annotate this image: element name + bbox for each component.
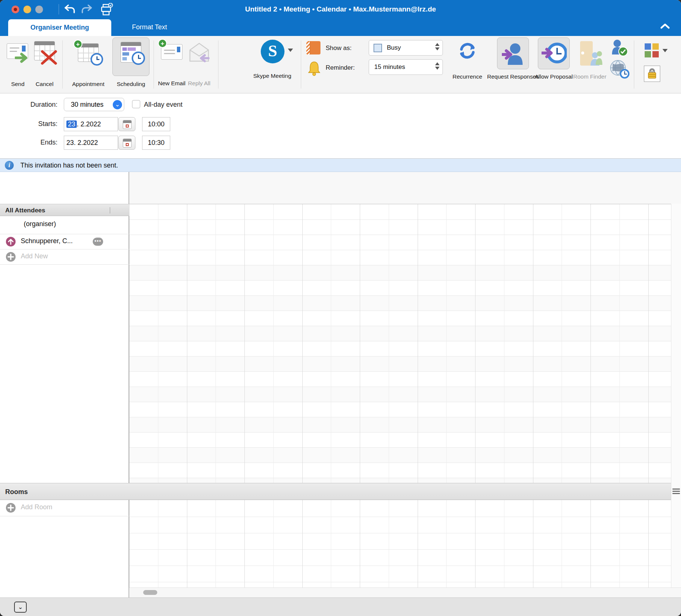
all-day-checkbox[interactable]: [132, 100, 140, 108]
attendee-options-icon[interactable]: •••: [93, 238, 103, 246]
starts-time-field[interactable]: 10:00: [142, 117, 170, 131]
reply-all-icon: [187, 41, 211, 63]
request-responses-button[interactable]: Request Responses: [497, 39, 529, 91]
print-icon[interactable]: [99, 3, 113, 16]
attendee-status-icon[interactable]: [609, 38, 628, 57]
add-new-label: Add New: [21, 252, 48, 260]
organiser-label: (organiser): [24, 220, 56, 228]
new-badge-icon: +: [158, 39, 167, 48]
skype-meeting-button[interactable]: S Skype Meeting: [260, 39, 297, 91]
view-options-icon[interactable]: [645, 43, 659, 58]
appointment-button[interactable]: + Appointment: [69, 39, 108, 91]
reminder-value: 15 minutes: [374, 60, 405, 74]
vertical-scrollbar[interactable]: [671, 204, 681, 597]
all-attendees-header: All Attendees: [0, 204, 129, 216]
clock-icon: [132, 52, 145, 65]
meeting-form: Duration: 30 minutes ⌄ All-day event Sta…: [0, 93, 681, 159]
add-room-row[interactable]: Add Room: [0, 500, 129, 516]
show-as-dropdown[interactable]: Busy: [369, 40, 443, 56]
permissions-lock-button[interactable]: [644, 66, 660, 82]
show-as-value: Busy: [387, 40, 401, 55]
ribbon: Send Cancel: [0, 36, 681, 93]
reminder-bell-icon: [307, 60, 321, 76]
starts-date-field[interactable]: 23. 2.2022: [64, 117, 118, 131]
reply-all-button: Reply All: [186, 39, 212, 91]
allow-proposal-icon: [542, 40, 567, 66]
splitter-grip-icon[interactable]: [672, 489, 680, 490]
info-icon: i: [5, 161, 14, 170]
collapse-ribbon-icon[interactable]: [659, 21, 671, 31]
starts-date-rest: . 2.2022: [77, 120, 101, 128]
chevron-down-icon: ⌄: [113, 100, 122, 109]
minimize-button[interactable]: [23, 6, 31, 13]
lock-icon: [646, 67, 658, 80]
attendees-panel: All Attendees (organiser) Schnupperer, C…: [0, 172, 129, 597]
stepper-icon[interactable]: [435, 43, 440, 53]
undo-icon[interactable]: [63, 3, 76, 16]
tab-organiser-meeting[interactable]: Organiser Meeting: [8, 19, 111, 36]
meeting-window: Untitled 2 • Meeting • Calendar • Max.Mu…: [0, 0, 681, 616]
close-button[interactable]: [11, 6, 19, 13]
duration-value: 30 minutes: [71, 98, 103, 111]
show-as-label: Show as:: [326, 44, 352, 52]
dropdown-arrow-icon[interactable]: [288, 49, 293, 52]
clock-icon: [91, 53, 103, 66]
skype-icon: S: [261, 40, 284, 63]
legend-bar: ⌄: [0, 597, 681, 616]
column-splitter[interactable]: [110, 207, 110, 213]
titlebar-divider: [59, 4, 59, 14]
tab-format-text[interactable]: Format Text: [118, 19, 181, 36]
recurrence-icon: [457, 40, 478, 61]
expand-panel-button[interactable]: ⌄: [14, 602, 27, 613]
title-bar: Untitled 2 • Meeting • Calendar • Max.Mu…: [0, 0, 681, 19]
allow-proposal-button[interactable]: Allow Proposal: [538, 39, 570, 91]
scheduling-grid[interactable]: [129, 204, 681, 587]
duration-label: Duration:: [13, 101, 57, 109]
attendee-row[interactable]: Schnupperer, C... •••: [0, 234, 129, 249]
add-icon: [6, 252, 16, 262]
starts-day-selected: 23: [66, 120, 77, 128]
ribbon-separator: [634, 40, 634, 89]
scheduling-button[interactable]: Scheduling: [112, 39, 149, 91]
starts-datepicker-button[interactable]: [118, 117, 135, 131]
recurrence-button[interactable]: Recurrence: [447, 39, 488, 91]
ends-label: Ends:: [13, 139, 57, 146]
ends-datepicker-button[interactable]: [118, 136, 135, 150]
reminder-dropdown[interactable]: 15 minutes: [369, 59, 443, 75]
show-as-icon: [306, 41, 320, 54]
request-responses-icon: [502, 40, 524, 68]
all-day-label: All-day event: [144, 101, 182, 109]
ends-time-field[interactable]: 10:30: [142, 136, 170, 150]
attendee-name: Schnupperer, C...: [21, 237, 73, 245]
add-room-label: Add Room: [21, 503, 52, 511]
starts-label: Starts:: [13, 120, 57, 128]
rooms-header: Rooms: [0, 483, 129, 500]
new-badge-icon: +: [73, 40, 82, 49]
room-finder-icon: [578, 40, 602, 69]
ribbon-separator: [301, 40, 301, 89]
ends-date-field[interactable]: 23. 2.2022: [64, 136, 118, 150]
cancel-button[interactable]: Cancel: [31, 39, 58, 91]
info-bar-text: This invitation has not been sent.: [20, 159, 118, 172]
ribbon-separator: [218, 40, 218, 89]
organizer-up-arrow-icon: [6, 237, 16, 246]
info-bar: i This invitation has not been sent.: [0, 159, 681, 172]
timezone-globe-icon[interactable]: [609, 59, 630, 79]
reminder-label: Reminder:: [326, 64, 355, 72]
room-finder-button: Room Finder: [576, 39, 604, 91]
ribbon-tab-row: Organiser Meeting Format Text: [0, 19, 681, 36]
rooms-header-bar: [129, 483, 681, 500]
view-options-dropdown-icon[interactable]: [662, 49, 668, 52]
duration-dropdown[interactable]: 30 minutes ⌄: [64, 98, 124, 111]
organiser-row[interactable]: (organiser): [0, 216, 129, 234]
busy-swatch-icon: [374, 44, 382, 52]
horizontal-scrollbar-thumb[interactable]: [143, 590, 157, 595]
add-new-row[interactable]: Add New: [0, 249, 129, 265]
add-icon: [6, 503, 16, 513]
horizontal-scrollbar[interactable]: [129, 587, 681, 597]
stepper-icon[interactable]: [435, 62, 440, 72]
zoom-button[interactable]: [35, 6, 43, 13]
redo-icon[interactable]: [80, 3, 93, 16]
